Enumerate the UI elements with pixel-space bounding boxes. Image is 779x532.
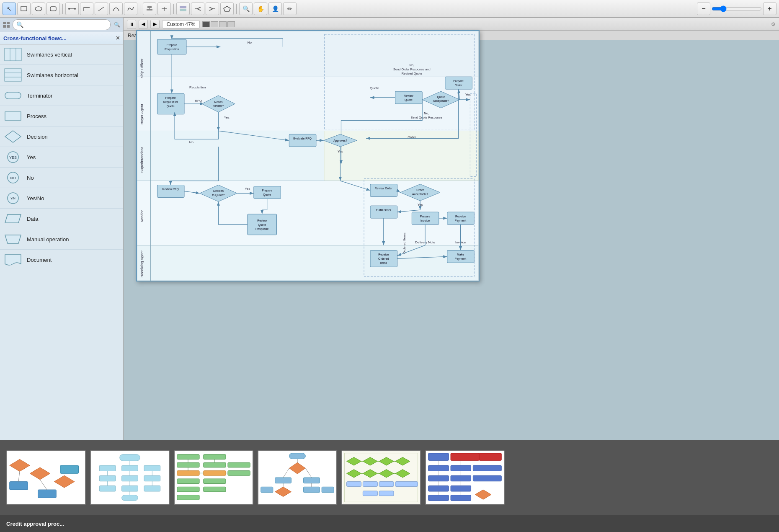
- gallery-item-2[interactable]: [174, 450, 253, 505]
- svg-rect-25: [5, 48, 21, 61]
- main-toolbar: ↖ 🔍 ✋ 👤 ✏ −: [0, 0, 779, 18]
- svg-rect-222: [451, 465, 471, 471]
- fork-tool[interactable]: [157, 3, 171, 15]
- zoom-in-right[interactable]: +: [763, 3, 776, 15]
- svg-rect-182: [289, 453, 306, 459]
- svg-text:Order: Order: [416, 189, 424, 191]
- canvas-area[interactable]: Ship Officer Buyer Agent Superintendent …: [124, 18, 779, 440]
- page-btn-3[interactable]: [219, 21, 227, 27]
- svg-text:Order: Order: [455, 84, 462, 87]
- yes-icon: YES: [4, 150, 22, 165]
- connector-tool[interactable]: [65, 3, 79, 15]
- svg-text:Quote: Quote: [258, 223, 266, 227]
- rounded-rect-tool[interactable]: [46, 3, 60, 15]
- svg-rect-226: [473, 475, 501, 481]
- gallery-item-4[interactable]: [341, 450, 421, 505]
- search-icon-btn[interactable]: 🔍: [112, 20, 121, 29]
- page-btn-1[interactable]: [202, 21, 210, 27]
- search-box: 🔍: [13, 19, 111, 30]
- gallery-active-title: Credit approval proc...: [6, 521, 64, 527]
- svg-rect-95: [157, 185, 184, 198]
- merge-connector-tool[interactable]: [206, 3, 219, 15]
- svg-text:Buyer Agent: Buyer Agent: [140, 104, 144, 124]
- svg-text:Prepare: Prepare: [165, 96, 176, 100]
- pen-tool[interactable]: ✏: [283, 3, 297, 15]
- ellipse-tool[interactable]: [32, 3, 45, 15]
- svg-rect-219: [479, 453, 501, 460]
- svg-text:Decides: Decides: [213, 189, 224, 192]
- svg-rect-170: [204, 462, 226, 467]
- user-tool[interactable]: 👤: [268, 3, 282, 15]
- gallery-item-3[interactable]: [258, 450, 337, 505]
- zoom-slider[interactable]: [712, 5, 762, 12]
- svg-text:Acceptable?: Acceptable?: [412, 193, 428, 196]
- svg-text:Requisition: Requisition: [165, 48, 179, 51]
- svg-rect-173: [204, 487, 226, 492]
- svg-rect-207: [379, 482, 394, 487]
- shape-item-document[interactable]: Document: [0, 250, 123, 270]
- process-icon: [4, 108, 22, 124]
- svg-rect-169: [204, 455, 226, 460]
- svg-text:Superintendent: Superintendent: [140, 147, 144, 173]
- svg-rect-223: [473, 465, 501, 471]
- separator-1: [62, 4, 63, 14]
- shape-item-process[interactable]: Process: [0, 106, 123, 127]
- shape-item-decision[interactable]: Decision: [0, 127, 123, 147]
- pan-tool[interactable]: ✋: [254, 3, 267, 15]
- select-tool[interactable]: ↖: [3, 3, 16, 15]
- bezier-tool[interactable]: [109, 3, 123, 15]
- vertical-align-tool[interactable]: [143, 3, 156, 15]
- svg-text:Approves?: Approves?: [333, 139, 347, 142]
- shape-item-no[interactable]: NO No: [0, 168, 123, 188]
- next-page-btn[interactable]: ▶: [150, 20, 160, 29]
- shape-item-yes[interactable]: YES Yes: [0, 147, 123, 168]
- svg-rect-225: [451, 475, 471, 481]
- panel-grid-icon[interactable]: [2, 20, 11, 29]
- page-btn-4[interactable]: [227, 21, 235, 27]
- diagram-container[interactable]: Ship Officer Buyer Agent Superintendent …: [136, 30, 480, 281]
- shape-item-data[interactable]: Data: [0, 209, 123, 229]
- separator-3: [173, 4, 174, 14]
- prev-page-btn[interactable]: ◀: [139, 20, 148, 29]
- shape-item-manual-operation[interactable]: Manual operation: [0, 229, 123, 250]
- swimlane-tool[interactable]: [176, 3, 190, 15]
- search-input[interactable]: [25, 22, 107, 28]
- svg-rect-149: [144, 475, 160, 481]
- angled-connector-tool[interactable]: [80, 3, 93, 15]
- close-category-btn[interactable]: ×: [116, 34, 120, 42]
- arc-tool[interactable]: [124, 3, 137, 15]
- zoom-out-right[interactable]: −: [697, 3, 710, 15]
- shape-item-terminator[interactable]: Terminator: [0, 85, 123, 106]
- svg-rect-164: [177, 462, 199, 467]
- svg-rect-168: [177, 495, 199, 500]
- svg-point-1: [35, 7, 42, 11]
- pentagon-tool[interactable]: [220, 3, 234, 15]
- gallery-item-0[interactable]: [6, 450, 86, 505]
- shape-item-yes-no[interactable]: Y/N Yes/No: [0, 188, 123, 209]
- svg-rect-108: [370, 184, 397, 197]
- gallery-item-1[interactable]: [90, 450, 170, 505]
- rectangle-tool[interactable]: [17, 3, 31, 15]
- svg-rect-220: [428, 453, 449, 460]
- zoom-in-btn[interactable]: 🔍: [239, 3, 253, 15]
- svg-rect-227: [428, 486, 449, 491]
- svg-text:Quote: Quote: [263, 193, 271, 196]
- canvas-settings-icon[interactable]: ⚙: [771, 21, 776, 27]
- svg-text:Ship Officer: Ship Officer: [140, 59, 144, 78]
- yes-no-label: Yes/No: [27, 195, 44, 201]
- panel-header: 🔍 🔍: [0, 18, 123, 32]
- terminator-label: Terminator: [27, 93, 52, 99]
- svg-rect-206: [363, 482, 377, 487]
- zoom-display[interactable]: Custom 47%: [162, 20, 200, 28]
- pause-btn[interactable]: ⏸: [127, 20, 136, 29]
- line-tool[interactable]: [95, 3, 108, 15]
- svg-text:Review Order: Review Order: [375, 187, 393, 190]
- split-connector-tool[interactable]: [191, 3, 204, 15]
- shape-item-swimlanes-vertical[interactable]: Swimlanes vertical: [0, 44, 123, 65]
- gallery-item-5[interactable]: [425, 450, 505, 505]
- svg-rect-129: [447, 250, 475, 263]
- svg-rect-210: [379, 491, 394, 496]
- page-btn-2[interactable]: [211, 21, 218, 27]
- shape-item-swimlanes-horizontal[interactable]: Swimlanes horizontal: [0, 65, 123, 85]
- svg-rect-166: [177, 479, 199, 484]
